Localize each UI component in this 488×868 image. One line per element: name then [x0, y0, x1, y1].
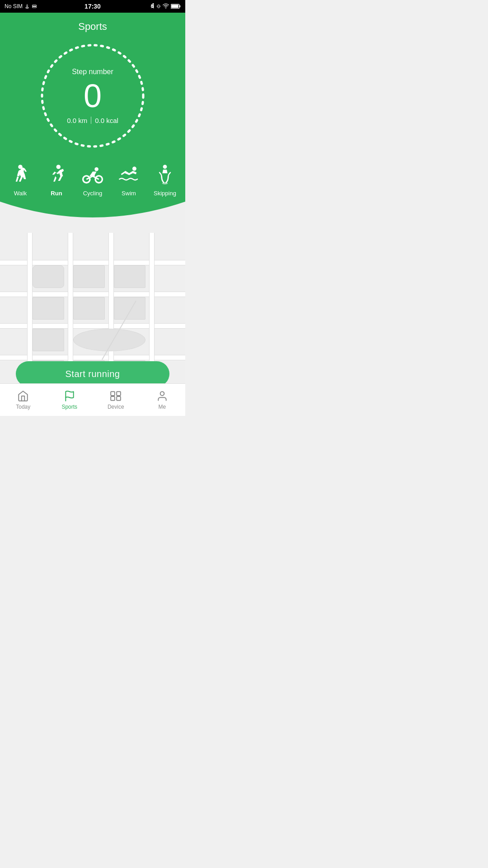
nav-item-me[interactable]: Me [139, 390, 186, 410]
svg-point-16 [162, 182, 168, 184]
svg-point-14 [132, 167, 136, 171]
map-block [33, 297, 64, 320]
map-block [33, 265, 64, 288]
vibrate-icon [156, 3, 161, 9]
page-title: Sports [0, 13, 185, 37]
sport-item-walk[interactable]: Walk [9, 164, 32, 197]
svg-rect-6 [179, 5, 180, 8]
bottom-nav: Today Sports Device Me [0, 383, 185, 416]
walk-icon [9, 164, 32, 187]
green-section: Sports Step number 0 0.0 km 0.0 kcal [0, 13, 185, 233]
start-running-button[interactable]: Start running [16, 361, 169, 387]
nav-sports-label: Sports [61, 404, 77, 410]
svg-point-15 [163, 165, 167, 169]
svg-point-11 [83, 176, 90, 183]
sport-item-cycling[interactable]: Cycling [81, 164, 104, 197]
flag-icon [64, 390, 75, 402]
storage-icon [32, 4, 37, 9]
status-time: 17:30 [84, 3, 101, 10]
svg-rect-19 [117, 392, 121, 396]
svg-point-10 [56, 165, 61, 169]
green-curve [0, 202, 185, 233]
svg-point-22 [160, 392, 164, 396]
skipping-label: Skipping [154, 190, 176, 197]
cycling-label: Cycling [83, 190, 103, 197]
walk-label: Walk [14, 190, 27, 197]
no-sim-text: No SIM [5, 3, 23, 9]
swim-icon [117, 164, 141, 187]
bluetooth-icon [150, 3, 155, 9]
device-icon [110, 390, 122, 402]
run-label: Run [51, 190, 62, 197]
svg-point-12 [95, 176, 102, 183]
svg-point-8 [42, 45, 143, 146]
svg-rect-21 [117, 396, 121, 401]
svg-rect-3 [158, 5, 159, 8]
map-block [33, 329, 64, 351]
dotted-ring [38, 42, 147, 150]
cycling-icon [81, 164, 104, 187]
status-bar: No SIM 17:30 [0, 0, 185, 13]
nav-item-device[interactable]: Device [93, 390, 139, 410]
sport-item-swim[interactable]: Swim [117, 164, 141, 197]
step-circle-container: Step number 0 0.0 km 0.0 kcal [0, 37, 185, 159]
nav-me-label: Me [158, 404, 166, 410]
wifi-icon [163, 4, 169, 9]
step-circle: Step number 0 0.0 km 0.0 kcal [38, 42, 147, 150]
svg-rect-2 [33, 7, 37, 8]
swim-label: Swim [122, 190, 136, 197]
svg-rect-18 [111, 392, 115, 396]
nav-item-sports[interactable]: Sports [47, 390, 93, 410]
sport-item-skipping[interactable]: Skipping [153, 164, 177, 197]
map-block [114, 297, 145, 320]
map-block [73, 297, 105, 320]
run-icon [45, 164, 68, 187]
sport-icons-row: Walk Run [0, 159, 185, 206]
map-block [114, 265, 145, 288]
usb-icon [24, 4, 30, 9]
home-icon [17, 390, 29, 402]
svg-rect-7 [171, 5, 178, 8]
svg-point-4 [165, 8, 166, 9]
nav-today-label: Today [16, 404, 30, 410]
battery-icon [171, 4, 181, 9]
status-right [150, 3, 181, 9]
person-icon [156, 390, 168, 402]
nav-item-today[interactable]: Today [0, 390, 47, 410]
nav-device-label: Device [108, 404, 124, 410]
map-block [73, 265, 105, 288]
sport-item-run[interactable]: Run [45, 164, 68, 197]
svg-rect-1 [33, 5, 37, 6]
svg-point-0 [27, 8, 28, 9]
map-block [73, 329, 145, 351]
svg-rect-20 [111, 396, 115, 401]
svg-point-13 [94, 167, 99, 171]
skipping-icon [153, 164, 177, 187]
status-left: No SIM [5, 3, 37, 9]
